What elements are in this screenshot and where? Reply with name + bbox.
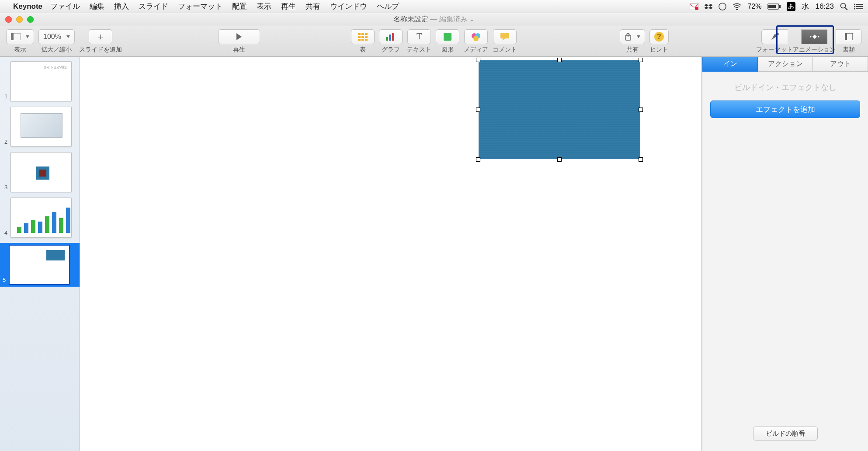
resize-handle-top-right[interactable] (639, 58, 643, 62)
comment-button[interactable]: コメント (493, 29, 517, 54)
menu-insert[interactable]: 挿入 (114, 1, 129, 11)
svg-line-7 (845, 7, 847, 10)
svg-rect-23 (361, 39, 364, 41)
svg-point-36 (818, 36, 819, 37)
svg-rect-18 (365, 33, 368, 35)
slide-number: 4 (4, 229, 7, 236)
menu-slide[interactable]: スライド (139, 1, 168, 11)
rectangle-fill (479, 60, 640, 159)
menu-list-icon[interactable] (854, 3, 863, 10)
slide-thumb-4[interactable]: 4 (2, 198, 78, 238)
svg-rect-20 (361, 36, 364, 38)
menu-format[interactable]: フォーマット (178, 1, 222, 11)
minimize-window-button[interactable] (16, 16, 23, 23)
safari-icon[interactable] (719, 3, 726, 10)
resize-handle-top-mid[interactable] (557, 58, 562, 62)
add-slide-button[interactable]: ＋ スライドを追加 (79, 29, 122, 54)
resize-handle-mid-left[interactable] (476, 108, 480, 112)
tab-build-out[interactable]: アウト (813, 57, 868, 72)
svg-point-11 (854, 3, 855, 5)
svg-rect-16 (358, 33, 361, 35)
resize-handle-bottom-mid[interactable] (557, 157, 562, 162)
gmail-icon[interactable] (690, 3, 698, 10)
document-inspector-button[interactable]: 書類 (836, 29, 862, 54)
svg-rect-25 (386, 37, 388, 41)
media-label: メディア (464, 46, 488, 54)
view-mode-button[interactable]: 表示 (6, 29, 34, 54)
svg-rect-22 (358, 39, 361, 41)
zoom-button[interactable]: 100% 拡大／縮小 (38, 29, 75, 54)
comment-label: コメント (493, 46, 517, 54)
menu-play[interactable]: 再生 (281, 1, 296, 11)
menu-window[interactable]: ウインドウ (330, 1, 367, 11)
wifi-icon[interactable] (733, 3, 741, 10)
slide-thumb-2[interactable]: 2 (2, 107, 78, 147)
dropbox-icon[interactable] (705, 3, 712, 10)
close-window-button[interactable] (5, 16, 12, 23)
graph-button[interactable]: グラフ (379, 29, 403, 54)
menu-share[interactable]: 共有 (306, 1, 320, 11)
format-inspector-button[interactable]: フォーマット (756, 29, 793, 54)
no-effect-message: ビルドイン・エフェクトなし (734, 82, 837, 93)
window-traffic-lights (5, 16, 34, 23)
svg-rect-21 (365, 36, 368, 38)
slide-thumb-3[interactable]: 3 (2, 152, 78, 192)
slide-navigator[interactable]: 1 タイトルの設定 2 3 4 5 (0, 57, 80, 451)
ime-indicator[interactable]: あ (787, 2, 795, 11)
svg-rect-17 (361, 33, 364, 35)
build-order-button[interactable]: ビルドの順番 (753, 427, 818, 441)
zoom-label: 拡大／縮小 (41, 46, 72, 54)
graph-label: グラフ (382, 46, 400, 54)
share-button[interactable]: 共有 (620, 29, 645, 54)
doc-title: 名称未設定 (393, 15, 428, 23)
svg-rect-32 (500, 33, 509, 38)
app-menu[interactable]: Keynote (13, 2, 42, 11)
tab-build-in[interactable]: イン (702, 57, 758, 72)
window-title[interactable]: 名称未設定 — 編集済み ⌄ (393, 15, 475, 24)
resize-handle-top-left[interactable] (476, 58, 480, 62)
menu-file[interactable]: ファイル (50, 1, 80, 11)
animation-inspector-button[interactable]: アニメーション (793, 29, 836, 54)
battery-icon[interactable] (767, 3, 781, 10)
svg-rect-27 (392, 33, 394, 41)
svg-point-34 (777, 33, 779, 35)
shape-button[interactable]: 図形 (436, 29, 459, 54)
text-label: テキスト (407, 46, 431, 54)
add-slide-label: スライドを追加 (79, 46, 122, 54)
resize-handle-bottom-right[interactable] (639, 157, 643, 162)
slide-number: 5 (3, 277, 6, 283)
animation-subtabs: イン アクション アウト (702, 57, 868, 72)
add-effect-button[interactable]: エフェクトを追加 (710, 101, 860, 118)
text-button[interactable]: T テキスト (407, 29, 431, 54)
menu-help[interactable]: ヘルプ (377, 1, 399, 11)
slide-thumb-5[interactable]: 5 (0, 243, 80, 287)
fullscreen-window-button[interactable] (27, 16, 34, 23)
hint-button[interactable]: ? ヒント (649, 29, 669, 54)
play-button[interactable]: 再生 (218, 29, 260, 54)
svg-rect-5 (779, 5, 781, 8)
view-label: 表示 (14, 46, 26, 54)
svg-rect-15 (11, 33, 14, 40)
menu-arrange[interactable]: 配置 (232, 1, 247, 11)
resize-handle-mid-right[interactable] (639, 108, 643, 112)
svg-point-35 (810, 36, 811, 37)
table-button[interactable]: 表 (351, 29, 375, 54)
media-button[interactable]: メディア (464, 29, 488, 54)
slide-canvas[interactable] (80, 57, 702, 451)
selected-rectangle-shape[interactable] (479, 60, 640, 159)
tab-action[interactable]: アクション (758, 57, 813, 72)
svg-point-2 (719, 3, 726, 10)
svg-point-12 (854, 6, 855, 7)
svg-rect-26 (389, 35, 391, 41)
resize-handle-bottom-left[interactable] (476, 157, 480, 162)
slide-thumb-1[interactable]: 1 タイトルの設定 (2, 61, 78, 101)
menu-view[interactable]: 表示 (257, 1, 271, 11)
window-titlebar: 名称未設定 — 編集済み ⌄ (0, 13, 868, 26)
battery-percent: 72% (747, 3, 761, 10)
slide-number: 2 (4, 139, 7, 145)
menu-edit[interactable]: 編集 (90, 1, 104, 11)
main-content: 1 タイトルの設定 2 3 4 5 (0, 57, 868, 451)
svg-rect-24 (365, 39, 368, 41)
menubar-time: 16:23 (815, 2, 834, 11)
spotlight-icon[interactable] (840, 3, 848, 10)
